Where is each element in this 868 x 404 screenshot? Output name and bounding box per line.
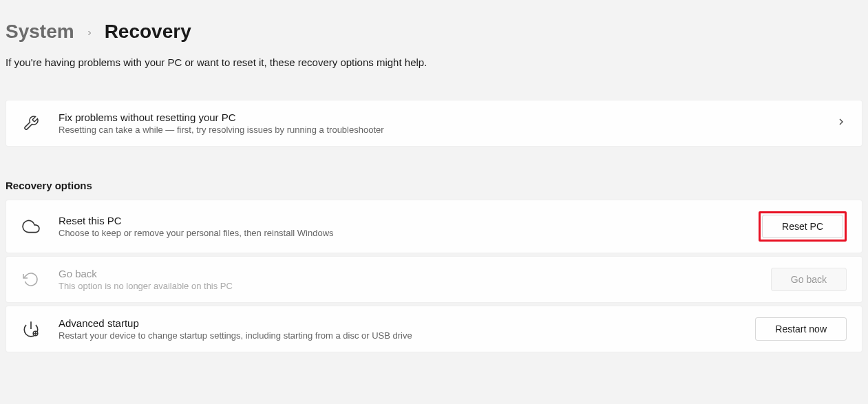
restart-now-button[interactable]: Restart now xyxy=(755,317,847,341)
advanced-startup-title: Advanced startup xyxy=(59,317,755,329)
power-gear-icon xyxy=(21,319,41,339)
cloud-reset-icon xyxy=(21,217,41,236)
wrench-icon xyxy=(21,114,41,133)
history-icon xyxy=(21,270,41,289)
reset-pc-highlight: Reset PC xyxy=(759,211,847,242)
breadcrumb: System Recovery xyxy=(6,21,862,43)
chevron-right-icon xyxy=(836,116,847,130)
reset-pc-body: Reset this PC Choose to keep or remove y… xyxy=(59,215,759,238)
reset-pc-button[interactable]: Reset PC xyxy=(762,215,843,238)
fix-problems-body: Fix problems without resetting your PC R… xyxy=(59,111,836,135)
reset-pc-title: Reset this PC xyxy=(59,215,759,226)
fix-problems-desc: Resetting can take a while — first, try … xyxy=(59,125,836,135)
recovery-options-heading: Recovery options xyxy=(6,180,862,191)
reset-pc-card: Reset this PC Choose to keep or remove y… xyxy=(6,200,862,253)
go-back-button: Go back xyxy=(771,268,847,291)
go-back-title: Go back xyxy=(59,268,771,279)
advanced-startup-card: Advanced startup Restart your device to … xyxy=(6,306,862,352)
breadcrumb-parent[interactable]: System xyxy=(6,21,74,43)
page-title: Recovery xyxy=(105,21,191,43)
go-back-card: Go back This option is no longer availab… xyxy=(6,256,862,303)
go-back-body: Go back This option is no longer availab… xyxy=(59,268,771,291)
advanced-startup-body: Advanced startup Restart your device to … xyxy=(59,317,755,341)
fix-problems-card[interactable]: Fix problems without resetting your PC R… xyxy=(6,100,862,147)
fix-problems-title: Fix problems without resetting your PC xyxy=(59,111,836,123)
intro-text: If you're having problems with your PC o… xyxy=(6,56,862,68)
reset-pc-desc: Choose to keep or remove your personal f… xyxy=(59,228,759,238)
advanced-startup-desc: Restart your device to change startup se… xyxy=(59,330,755,341)
go-back-desc: This option is no longer available on th… xyxy=(59,281,771,291)
chevron-right-icon xyxy=(85,25,94,41)
